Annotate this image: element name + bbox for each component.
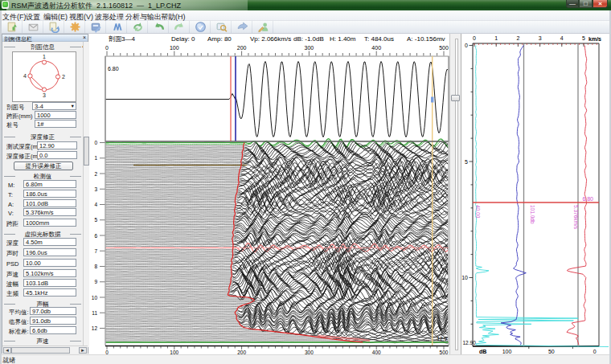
svg-text:8: 8	[94, 264, 97, 269]
svg-text:6: 6	[94, 233, 97, 239]
svg-text:5: 5	[582, 35, 585, 41]
svg-text:Vp: 2.066km/s: Vp: 2.066km/s	[250, 35, 291, 43]
svg-text:40.00: 40.00	[475, 205, 481, 219]
svg-text:12.90: 12.90	[463, 340, 477, 346]
svg-text:3: 3	[539, 35, 542, 41]
svg-text:400: 400	[371, 45, 381, 51]
svg-text:4: 4	[23, 73, 27, 79]
svg-text:12.9: 12.9	[437, 336, 447, 342]
svg-text:2: 2	[94, 171, 97, 177]
svg-text:5: 5	[94, 217, 97, 223]
svg-text:Amp: 80: Amp: 80	[207, 35, 232, 43]
svg-text:3: 3	[43, 92, 46, 98]
svg-text:10: 10	[92, 295, 98, 301]
svg-text:4: 4	[94, 202, 97, 207]
svg-text:7: 7	[94, 248, 97, 254]
svg-text:0: 0	[105, 45, 109, 51]
svg-text:2: 2	[516, 35, 519, 41]
svg-text:5.376km/s: 5.376km/s	[573, 205, 579, 230]
svg-text:T: 484.0us: T: 484.0us	[364, 35, 394, 43]
svg-text:300: 300	[305, 45, 314, 51]
svg-text:H: 1.40m: H: 1.40m	[330, 35, 356, 43]
svg-text:0: 0	[465, 43, 468, 48]
svg-text:200: 200	[237, 45, 247, 51]
svg-text:5: 5	[465, 159, 468, 165]
svg-text:4: 4	[560, 35, 564, 41]
svg-text:1: 1	[43, 54, 46, 59]
svg-text:3: 3	[94, 186, 97, 192]
svg-text:50: 50	[548, 349, 555, 354]
svg-text:9: 9	[94, 279, 97, 284]
svg-text:6.80: 6.80	[582, 196, 593, 202]
svg-text:100: 100	[170, 45, 179, 51]
svg-text:0: 0	[593, 349, 597, 354]
svg-text:1: 1	[94, 155, 97, 161]
svg-text:0: 0	[94, 140, 97, 145]
svg-text:500: 500	[439, 45, 449, 51]
svg-text:剖面3—4: 剖面3—4	[109, 35, 135, 43]
svg-text:100: 100	[502, 349, 512, 354]
svg-text:6.80: 6.80	[108, 66, 119, 72]
svg-text:2: 2	[62, 74, 65, 80]
svg-text:Delay: 0: Delay: 0	[171, 35, 195, 43]
svg-text:12: 12	[92, 325, 98, 331]
svg-text:dB: dB	[479, 349, 486, 354]
svg-text:dB: -1.0dB: dB: -1.0dB	[293, 35, 324, 43]
svg-text:km/s: km/s	[588, 36, 601, 42]
svg-text:101.0db: 101.0db	[530, 205, 535, 224]
svg-text:0: 0	[473, 35, 476, 41]
svg-text:A: -10.156mv: A: -10.156mv	[407, 35, 445, 43]
svg-text:11: 11	[92, 310, 97, 316]
svg-text:10: 10	[461, 275, 468, 280]
svg-text:1: 1	[494, 35, 498, 41]
